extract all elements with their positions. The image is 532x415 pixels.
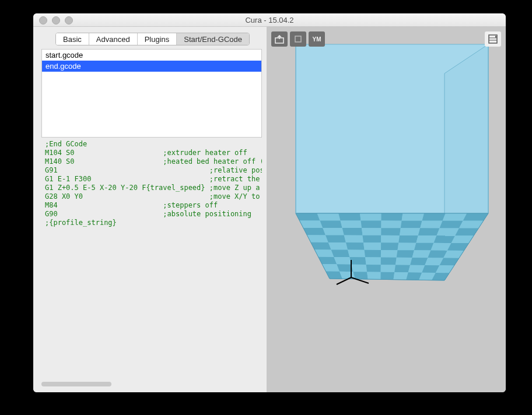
- svg-marker-42: [381, 221, 401, 228]
- svg-marker-57: [394, 265, 410, 272]
- tab-advanced[interactable]: Advanced: [89, 33, 138, 45]
- svg-marker-10: [314, 249, 334, 257]
- svg-marker-56: [396, 258, 412, 265]
- svg-marker-41: [382, 213, 403, 221]
- svg-marker-66: [408, 265, 425, 273]
- svg-marker-24: [340, 221, 362, 228]
- svg-marker-36: [363, 242, 381, 250]
- svg-marker-37: [365, 250, 381, 258]
- svg-marker-34: [362, 228, 381, 235]
- tabs-row: BasicAdvancedPluginsStart/End-GCode: [41, 33, 262, 45]
- gcode-file-list[interactable]: start.gcodeend.gcode: [41, 49, 262, 138]
- tabs-segmented-control: BasicAdvancedPluginsStart/End-GCode: [55, 33, 250, 45]
- build-volume-render: [267, 27, 506, 392]
- list-item[interactable]: start.gcode: [42, 50, 261, 61]
- svg-marker-16: [323, 228, 344, 235]
- toolpath-button[interactable]: [290, 31, 306, 47]
- svg-marker-35: [363, 235, 382, 243]
- svg-marker-11: [318, 257, 337, 265]
- svg-marker-50: [402, 213, 424, 221]
- gcode-editor[interactable]: ;End GCode M104 S0 ;extruder heater off …: [41, 140, 262, 378]
- svg-marker-13: [326, 272, 342, 279]
- svg-marker-61: [418, 228, 440, 235]
- scrollbar-thumb[interactable]: [41, 382, 111, 386]
- svg-marker-54: [398, 243, 416, 251]
- svg-marker-51: [401, 221, 422, 228]
- load-model-button[interactable]: [271, 31, 288, 47]
- viewport-3d[interactable]: YM: [267, 27, 506, 392]
- app-window: Cura - 15.04.2 BasicAdvancedPluginsStart…: [33, 13, 506, 392]
- svg-marker-26: [344, 235, 363, 243]
- titlebar: Cura - 15.04.2: [33, 13, 506, 27]
- layers-icon: [488, 34, 498, 44]
- svg-marker-28: [348, 250, 365, 258]
- viewport-toolbar: YM: [271, 31, 325, 47]
- svg-marker-31: [354, 272, 368, 279]
- svg-marker-27: [346, 242, 365, 250]
- svg-marker-32: [360, 213, 382, 221]
- svg-marker-18: [328, 242, 348, 250]
- svg-marker-17: [326, 235, 346, 242]
- close-icon[interactable]: [39, 16, 47, 24]
- view-mode-button[interactable]: [485, 31, 501, 47]
- svg-marker-38: [365, 257, 381, 265]
- svg-marker-33: [361, 221, 382, 228]
- svg-marker-62: [416, 235, 436, 243]
- gcode-editor-wrap: ;End GCode M104 S0 ;extruder heater off …: [41, 140, 262, 388]
- load-icon: [274, 34, 285, 44]
- svg-marker-39: [366, 265, 381, 272]
- svg-marker-68: [443, 213, 467, 221]
- svg-marker-12: [322, 264, 340, 272]
- tab-basic[interactable]: Basic: [56, 33, 89, 45]
- svg-marker-58: [393, 272, 408, 280]
- horizontal-scrollbar[interactable]: [41, 381, 262, 388]
- svg-marker-43: [381, 228, 401, 235]
- svg-marker-63: [414, 243, 434, 251]
- svg-rect-91: [295, 36, 301, 42]
- svg-marker-46: [381, 250, 398, 258]
- window-controls: [39, 16, 73, 24]
- svg-marker-53: [398, 235, 418, 243]
- svg-marker-55: [397, 250, 414, 258]
- svg-marker-70: [437, 228, 459, 235]
- ym-icon: YM: [313, 36, 321, 43]
- minimize-icon[interactable]: [52, 16, 60, 24]
- svg-marker-64: [412, 250, 431, 258]
- zoom-icon[interactable]: [65, 16, 73, 24]
- svg-marker-15: [320, 220, 342, 228]
- svg-marker-29: [349, 257, 366, 265]
- svg-marker-30: [351, 265, 367, 272]
- svg-marker-49: [381, 272, 395, 280]
- svg-marker-52: [400, 228, 420, 235]
- tab-start-end-gcode[interactable]: Start/End-GCode: [177, 33, 249, 45]
- list-item[interactable]: end.gcode: [42, 61, 261, 72]
- window-title: Cura - 15.04.2: [33, 16, 506, 24]
- svg-marker-5: [296, 213, 320, 220]
- svg-marker-45: [381, 242, 398, 250]
- svg-marker-59: [422, 213, 446, 221]
- tab-plugins[interactable]: Plugins: [138, 33, 177, 45]
- settings-pane: BasicAdvancedPluginsStart/End-GCode star…: [33, 27, 267, 392]
- square-icon: [293, 34, 303, 44]
- svg-marker-19: [331, 249, 350, 257]
- svg-marker-44: [381, 235, 400, 243]
- svg-marker-40: [367, 272, 381, 279]
- svg-marker-65: [410, 258, 428, 265]
- window-body: BasicAdvancedPluginsStart/End-GCode star…: [33, 27, 506, 392]
- svg-marker-25: [342, 228, 363, 235]
- svg-marker-47: [381, 258, 397, 265]
- svg-marker-48: [381, 265, 396, 272]
- svg-marker-60: [420, 221, 442, 228]
- svg-marker-69: [440, 221, 463, 228]
- svg-marker-20: [334, 257, 351, 265]
- scrollbar-track: [41, 382, 262, 386]
- svg-marker-23: [338, 213, 360, 221]
- svg-marker-14: [317, 213, 341, 221]
- ym-button[interactable]: YM: [309, 31, 325, 47]
